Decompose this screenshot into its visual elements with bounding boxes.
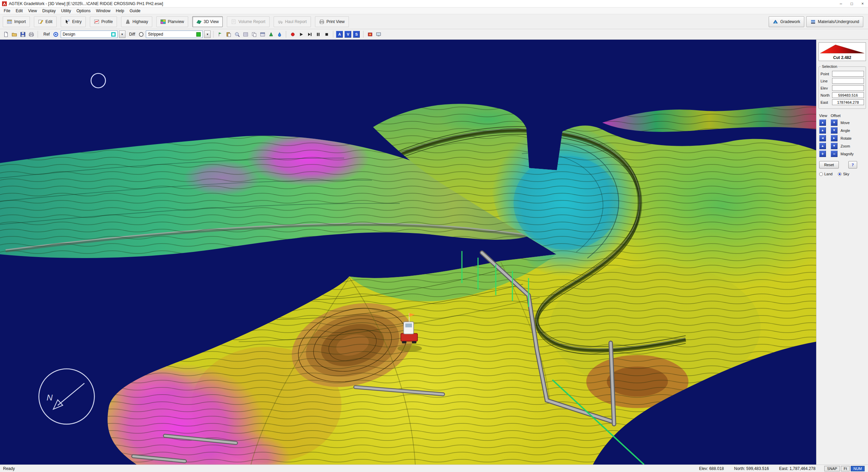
- step-forward-icon[interactable]: [306, 31, 313, 38]
- menu-edit[interactable]: Edit: [13, 8, 25, 14]
- minimize-button[interactable]: –: [835, 0, 846, 7]
- diff-indicator-icon[interactable]: [137, 31, 145, 38]
- planview-map-icon: [160, 19, 166, 24]
- east-field[interactable]: [832, 99, 864, 105]
- move-label: Move: [841, 121, 850, 125]
- print-icon[interactable]: [27, 31, 35, 38]
- zoom-label: Zoom: [841, 144, 850, 148]
- droplet-icon[interactable]: [276, 31, 283, 38]
- menu-help[interactable]: Help: [113, 8, 127, 14]
- truck-icon: [278, 19, 283, 24]
- mode-planview-label: Planview: [168, 19, 184, 24]
- table-icon[interactable]: [242, 31, 249, 38]
- ref-dropdown-arrow-icon[interactable]: ▼: [119, 31, 125, 38]
- menu-window[interactable]: Window: [93, 8, 113, 14]
- angle-up-button[interactable]: ▲: [819, 127, 826, 134]
- compass-north-label: N: [47, 393, 53, 402]
- new-file-icon[interactable]: [2, 31, 9, 38]
- screen-icon[interactable]: [375, 31, 382, 38]
- diff-dropdown-arrow-icon[interactable]: ▼: [204, 31, 211, 38]
- zoom-out-icon[interactable]: [233, 31, 241, 38]
- cone-icon[interactable]: [267, 31, 275, 38]
- mode-3d-view-button[interactable]: 3D View: [192, 16, 223, 27]
- move-up-button[interactable]: ▲: [819, 119, 826, 126]
- diff-label: Diff: [129, 32, 135, 37]
- layers-icon: [810, 19, 816, 24]
- reset-button[interactable]: Reset: [819, 161, 839, 169]
- status-ready: Ready: [0, 466, 15, 471]
- diff-surface-select[interactable]: Stripped: [146, 31, 203, 38]
- point-field[interactable]: [832, 71, 864, 77]
- elev-field[interactable]: [832, 85, 864, 91]
- mode-print-view-button[interactable]: Print View: [315, 16, 349, 27]
- pause-icon[interactable]: [314, 31, 322, 38]
- ft-toggle[interactable]: Ft: [841, 466, 850, 471]
- movie-icon[interactable]: [366, 31, 374, 38]
- mode-haul-report-button[interactable]: Haul Report: [274, 16, 311, 27]
- magnify-plus-button[interactable]: +: [819, 151, 826, 157]
- copy-icon[interactable]: [250, 31, 258, 38]
- terrain-3d-canvas[interactable]: N: [0, 40, 816, 465]
- mode-highway-button[interactable]: Highway: [121, 16, 152, 27]
- ref-surface-select[interactable]: Design: [61, 31, 118, 38]
- menu-file[interactable]: File: [1, 8, 13, 14]
- status-north: North: 599,483.516: [729, 466, 774, 471]
- menu-guide[interactable]: Guide: [127, 8, 143, 14]
- stripped-color-swatch: [196, 32, 201, 37]
- sky-radio[interactable]: [838, 172, 842, 176]
- zoom-in-button[interactable]: ▲: [819, 143, 826, 149]
- surface-s-button[interactable]: S: [353, 31, 360, 38]
- land-radio[interactable]: [819, 172, 823, 176]
- toolbar-separator: [38, 31, 38, 38]
- reset-row: Reset ?: [819, 161, 866, 169]
- flag-icon[interactable]: [216, 31, 224, 38]
- menu-utility[interactable]: Utility: [58, 8, 74, 14]
- mode-volume-report-label: Volume Report: [238, 19, 265, 24]
- play-icon[interactable]: [297, 31, 305, 38]
- mode-entry-button[interactable]: Entry: [61, 16, 86, 27]
- status-east: East: 1,787,464.278: [774, 466, 821, 471]
- rotate-left-button[interactable]: ◄: [819, 135, 826, 141]
- title-bar: AGTEK GradeWork - [3D View] [E:\2025\...…: [0, 0, 868, 7]
- mode-highway-label: Highway: [133, 19, 148, 24]
- east-row: East: [821, 99, 864, 105]
- gradework-button[interactable]: Gradework: [769, 16, 804, 27]
- snap-toggle[interactable]: SNAP: [824, 466, 840, 471]
- save-icon[interactable]: [19, 31, 26, 38]
- mode-volume-report-button[interactable]: Volume Report: [227, 16, 269, 27]
- menu-options[interactable]: Options: [74, 8, 93, 14]
- terrain-3d-view[interactable]: N: [0, 40, 816, 465]
- open-folder-icon[interactable]: [11, 31, 18, 38]
- line-field[interactable]: [832, 78, 864, 84]
- mode-planview-button[interactable]: Planview: [156, 16, 188, 27]
- gradework-icon: [773, 19, 778, 24]
- close-button[interactable]: ×: [857, 0, 868, 7]
- move-down-button[interactable]: ▼: [831, 119, 837, 126]
- mode-edit-button[interactable]: Edit: [34, 16, 57, 27]
- mode-profile-button[interactable]: Profile: [90, 16, 117, 27]
- status-toggles: SNAP Ft NUM: [823, 466, 865, 471]
- materials-underground-button[interactable]: Materials/Underground: [806, 16, 863, 27]
- menu-display[interactable]: Display: [40, 8, 58, 14]
- move-control-row: ▲ ▼ Move: [819, 119, 866, 126]
- stop-icon[interactable]: [323, 31, 330, 38]
- grid-icon[interactable]: [259, 31, 266, 38]
- mode-import-button[interactable]: Import: [3, 16, 30, 27]
- view-v-button[interactable]: V: [344, 31, 351, 38]
- help-button[interactable]: ?: [848, 161, 857, 169]
- north-field[interactable]: [832, 92, 864, 98]
- magnify-control-row: + − Magnify: [819, 151, 866, 157]
- angle-down-button[interactable]: ▼: [831, 127, 837, 134]
- rotate-right-button[interactable]: ►: [831, 135, 837, 141]
- paste-icon[interactable]: [225, 31, 232, 38]
- record-icon[interactable]: [289, 31, 296, 38]
- num-toggle[interactable]: NUM: [851, 466, 865, 471]
- cut-fill-legend: Cut 2.482: [818, 42, 866, 61]
- zoom-out-button[interactable]: ▼: [831, 143, 837, 149]
- menu-view[interactable]: View: [25, 8, 40, 14]
- annotate-a-button[interactable]: A: [336, 31, 343, 38]
- ref-indicator-icon[interactable]: [52, 31, 60, 38]
- maximize-button[interactable]: □: [846, 0, 857, 7]
- toolbar-separator: [363, 31, 363, 38]
- magnify-minus-button[interactable]: −: [831, 151, 837, 157]
